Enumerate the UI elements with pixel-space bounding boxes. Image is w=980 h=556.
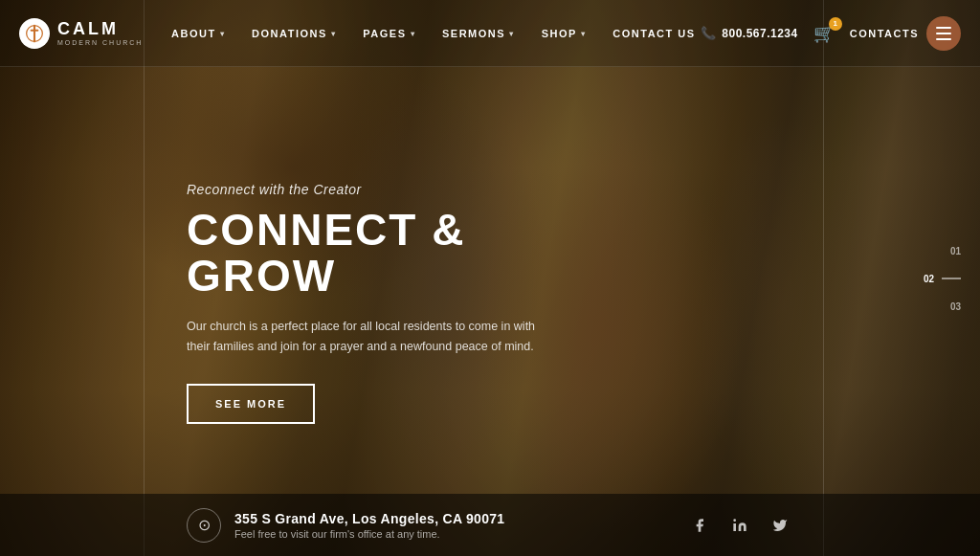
footer-bar: ⊙ 355 S Grand Ave, Los Angeles, CA 90071… (0, 494, 980, 556)
contacts-label: CONTACTS (850, 28, 919, 39)
location-icon: ⊙ (198, 516, 211, 534)
hero-tagline: Reconnect with the Creator (187, 182, 617, 197)
nav-arrow-shop: ▾ (581, 30, 587, 38)
nav-arrow-pages: ▾ (411, 30, 416, 38)
phone-area: 📞 800.567.1234 (701, 26, 798, 40)
cart-button[interactable]: 🛒 1 (813, 23, 835, 44)
phone-number: 800.567.1234 (722, 27, 797, 40)
logo-title: CALM (57, 20, 143, 37)
logo-icon (19, 18, 50, 49)
nav-item-shop[interactable]: SHOP ▾ (528, 0, 600, 67)
location-icon-wrap: ⊙ (187, 508, 221, 543)
nav-item-sermons[interactable]: SERMONS ▾ (429, 0, 528, 67)
address-main: 355 S Grand Ave, Los Angeles, CA 90071 (234, 511, 504, 526)
hero-title: CONNECT & GROW (187, 207, 617, 300)
social-icons (686, 512, 793, 539)
slide-2[interactable]: 02 (924, 273, 961, 283)
svg-point-1 (733, 519, 736, 522)
nav-item-pages[interactable]: PAGES ▾ (349, 0, 429, 67)
logo[interactable]: CALM MODERN CHURCH (0, 18, 162, 49)
twitter-button[interactable] (767, 512, 793, 539)
nav-right: 📞 800.567.1234 🛒 1 CONTACTS (681, 16, 980, 51)
hamburger-icon (936, 27, 951, 40)
nav-item-about[interactable]: ABOUT ▾ (158, 0, 238, 67)
address-text: 355 S Grand Ave, Los Angeles, CA 90071 F… (234, 511, 504, 540)
logo-text: CALM MODERN CHURCH (57, 20, 143, 46)
hamburger-button[interactable] (926, 16, 961, 51)
linkedin-button[interactable] (726, 512, 753, 539)
cart-badge: 1 (829, 17, 842, 31)
address-note: Feel free to visit our firm's office at … (234, 528, 504, 540)
nav-item-donations[interactable]: DONATIONS ▾ (238, 0, 349, 67)
slide-3[interactable]: 03 (950, 300, 961, 311)
contacts-button[interactable]: CONTACTS (850, 16, 961, 51)
nav-arrow-donations: ▾ (331, 30, 337, 38)
nav-arrow-sermons: ▾ (509, 30, 515, 38)
facebook-button[interactable] (686, 512, 713, 539)
logo-subtitle: MODERN CHURCH (57, 39, 143, 46)
hero-content: Reconnect with the Creator CONNECT & GRO… (187, 182, 617, 424)
nav-item-contact[interactable]: CONTACT US (599, 0, 708, 67)
see-more-button[interactable]: SEE MORE (187, 384, 315, 424)
nav-arrow-about: ▾ (220, 30, 226, 38)
slide-1[interactable]: 01 (950, 245, 961, 256)
hero-description: Our church is a perfect place for all lo… (187, 317, 550, 358)
slide-indicators: 01 02 03 (924, 245, 961, 311)
address-area: ⊙ 355 S Grand Ave, Los Angeles, CA 90071… (187, 508, 686, 543)
